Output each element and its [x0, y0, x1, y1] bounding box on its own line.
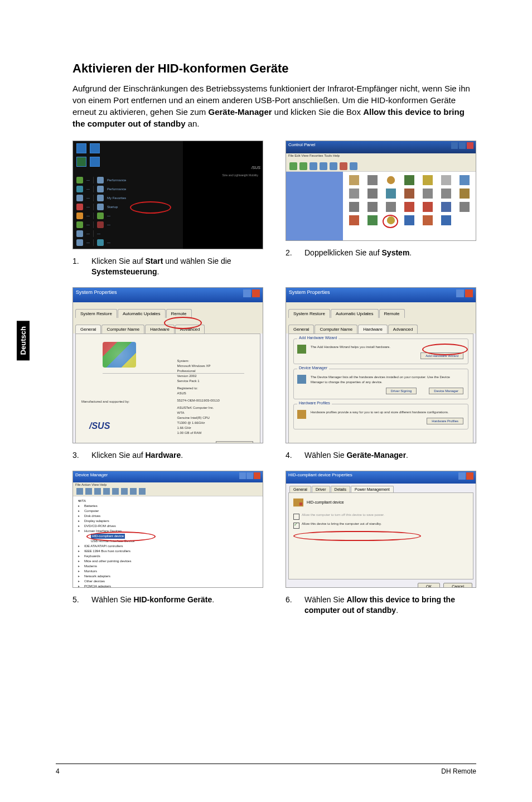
svg-rect-7: [349, 189, 359, 199]
svg-rect-5: [441, 175, 451, 185]
svg-rect-21: [349, 215, 359, 225]
highlight-oval: [293, 531, 421, 541]
svg-rect-19: [441, 202, 451, 212]
svg-rect-29: [297, 410, 306, 419]
svg-rect-28: [297, 375, 306, 384]
step-6: 6. Wählen Sie Allow this device to bring…: [286, 595, 476, 616]
svg-rect-11: [423, 189, 433, 199]
step-2: 2. Doppelklicken Sie auf System.: [286, 248, 476, 258]
svg-rect-14: [349, 202, 359, 212]
svg-rect-1: [367, 175, 378, 185]
svg-rect-15: [367, 202, 378, 212]
svg-rect-0: [349, 175, 359, 185]
svg-rect-6: [460, 175, 470, 185]
svg-rect-25: [423, 215, 433, 225]
svg-rect-27: [297, 345, 306, 354]
highlight-oval: [130, 201, 171, 214]
footer-title: DH Remote: [441, 767, 476, 775]
svg-rect-13: [460, 189, 470, 199]
page-heading: Aktivieren der HID-konformen Geräte: [72, 61, 476, 76]
svg-rect-4: [423, 175, 433, 185]
svg-rect-3: [404, 175, 414, 185]
highlight-oval: [164, 317, 202, 329]
svg-rect-22: [367, 215, 378, 225]
screenshot-system-properties-hardware: System Properties System Restore Automat…: [286, 287, 476, 443]
screenshot-asus-panel: —Performance —Performance —My Favorites …: [72, 141, 263, 249]
svg-rect-16: [386, 202, 396, 212]
step-1: 1. Klicken Sie auf Start und wählen Sie …: [72, 256, 263, 277]
step-4: 4. Wählen Sie Geräte-Manager.: [286, 450, 476, 461]
svg-rect-9: [386, 189, 396, 199]
svg-rect-17: [404, 202, 414, 212]
svg-rect-26: [441, 215, 451, 225]
svg-rect-31: [299, 503, 302, 505]
svg-rect-18: [423, 202, 433, 212]
screenshot-hid-properties: HID-compliant device Properties General …: [286, 471, 476, 588]
svg-rect-12: [441, 189, 451, 199]
svg-rect-8: [367, 189, 378, 199]
step-3: 3. Klicken Sie auf Hardware.: [72, 450, 263, 461]
step-5: 5. Wählen Sie HID-konforme Geräte.: [72, 595, 263, 605]
screenshot-system-properties-general: System Properties System Restore Automat…: [72, 287, 263, 443]
svg-rect-20: [460, 202, 470, 212]
svg-point-2: [387, 176, 395, 184]
svg-rect-24: [404, 215, 414, 225]
page-number: 4: [56, 767, 60, 775]
intro-paragraph: Aufgrund der Einschränkungen des Betrieb…: [72, 83, 476, 129]
svg-rect-10: [404, 189, 414, 199]
highlight-oval: [422, 344, 468, 355]
screenshot-device-manager: Device Manager File Action View Help WTA…: [72, 471, 263, 588]
highlight-oval: [86, 532, 156, 542]
page-footer: 4 DH Remote: [56, 764, 476, 775]
screenshot-control-panel: Control Panel File Edit View Favorites T…: [286, 141, 476, 241]
